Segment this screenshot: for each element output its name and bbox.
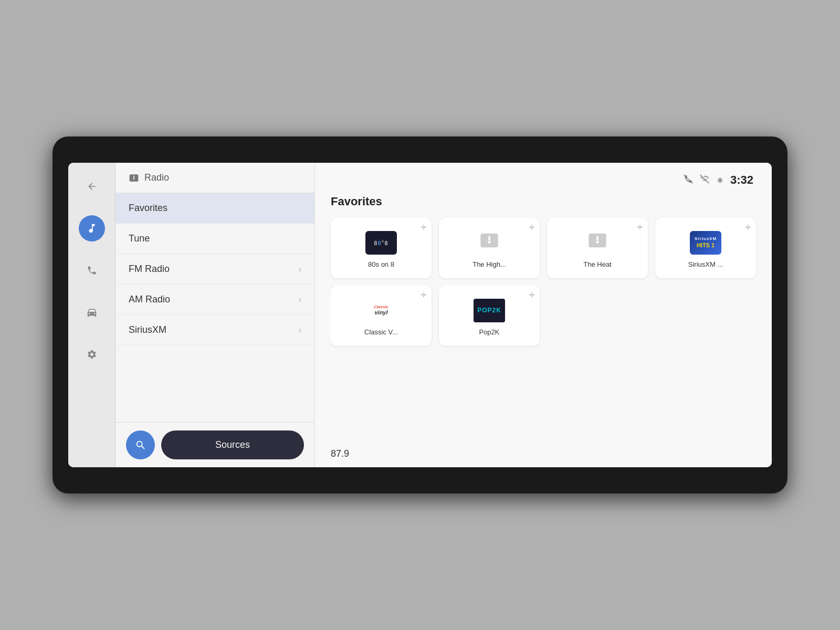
sidebar-item-label: AM Radio [129,294,170,305]
station-card-the-highway[interactable]: ÷ The High... [439,218,540,278]
bluetooth-icon: ∗ [716,174,724,186]
station-card-pop2k[interactable]: ÷ POP2K Pop2K [439,286,540,346]
station-card-the-heat[interactable]: ÷ The Heat [547,218,648,278]
nav-back-button[interactable] [79,173,105,200]
station-name: Pop2K [479,328,499,336]
chevron-right-icon: › [299,265,301,274]
station-card-siriusxm[interactable]: ÷ SiriusXM HITS 1 SiriusXM ... [655,218,756,278]
time-display: 3:32 [730,173,753,187]
phone-muted-icon [684,174,693,186]
sidebar-item-label: SiriusXM [129,324,166,335]
car-frame: Radio Favorites Tune FM Radio › AM Radio [52,136,788,494]
station-name: 80s on 8 [368,260,394,268]
sidebar-item-fm-radio[interactable]: FM Radio › [116,254,314,285]
svg-line-0 [684,175,693,184]
screen-inner: Radio Favorites Tune FM Radio › AM Radio [68,163,772,467]
sidebar-item-label: Tune [129,233,150,244]
sidebar-item-label: Favorites [129,203,167,214]
station-logo-heat [581,228,615,257]
empty-card-slot [547,286,648,346]
favorites-grid-row1: ÷ 80s8 80s on 8 ÷ [331,218,756,278]
nav-phone-button[interactable] [79,257,105,284]
now-playing-frequency: 87.9 [331,448,349,459]
station-name: Classic V... [364,328,398,336]
sidebar: Radio Favorites Tune FM Radio › AM Radio [116,163,315,467]
nav-settings-button[interactable] [79,341,105,368]
sidebar-menu: Favorites Tune FM Radio › AM Radio › Sir [116,193,314,422]
station-logo-80s: 80s8 [364,228,398,257]
add-favorite-icon[interactable]: ÷ [421,222,426,233]
add-favorite-icon[interactable]: ÷ [529,222,534,233]
station-card-80s-on-8[interactable]: ÷ 80s8 80s on 8 [331,218,432,278]
favorites-grid-row2: ÷ Classic vinyl Classic V... [331,286,756,349]
station-logo-pop2k: POP2K [472,296,507,325]
add-favorite-icon[interactable]: ÷ [746,222,751,233]
sidebar-item-label: FM Radio [129,264,170,275]
app-title: Radio [144,172,169,183]
icon-nav-bar [68,163,116,467]
sidebar-item-favorites[interactable]: Favorites [116,193,314,224]
sources-button[interactable]: Sources [161,430,304,459]
now-playing-bar: 87.9 [331,448,349,459]
sidebar-item-tune[interactable]: Tune [116,224,314,254]
section-title: Favorites [331,195,756,208]
sidebar-header: Radio [116,163,314,193]
add-favorite-icon[interactable]: ÷ [637,222,643,233]
sidebar-footer: Sources [116,422,314,467]
chevron-right-icon: › [299,326,301,335]
station-logo-classic-vinyl: Classic vinyl [364,296,398,325]
nav-car-button[interactable] [79,299,105,326]
nav-music-button[interactable] [79,215,105,242]
station-name: SiriusXM ... [688,260,723,268]
radio-icon [586,230,609,256]
favorites-row2-inner: ÷ Classic vinyl Classic V... [331,286,756,346]
station-logo-siriusxm: SiriusXM HITS 1 [689,228,723,257]
radio-icon [478,230,501,256]
search-button[interactable] [126,430,155,459]
sidebar-item-siriusxm[interactable]: SiriusXM › [116,315,314,345]
main-content: ∗ 3:32 Favorites ÷ 80s8 [315,163,772,467]
station-name: The High... [472,260,506,268]
station-card-classic-vinyl[interactable]: ÷ Classic vinyl Classic V... [331,286,432,346]
station-logo-highway [472,228,507,257]
status-bar: ∗ 3:32 [331,173,756,187]
add-favorite-icon[interactable]: ÷ [421,290,426,301]
screen: Radio Favorites Tune FM Radio › AM Radio [68,163,772,467]
sidebar-item-am-radio[interactable]: AM Radio › [116,285,314,315]
chevron-right-icon: › [299,295,301,304]
station-name: The Heat [583,260,611,268]
no-signal-icon [699,174,710,186]
empty-card-slot2 [655,286,756,346]
add-favorite-icon[interactable]: ÷ [529,290,534,301]
